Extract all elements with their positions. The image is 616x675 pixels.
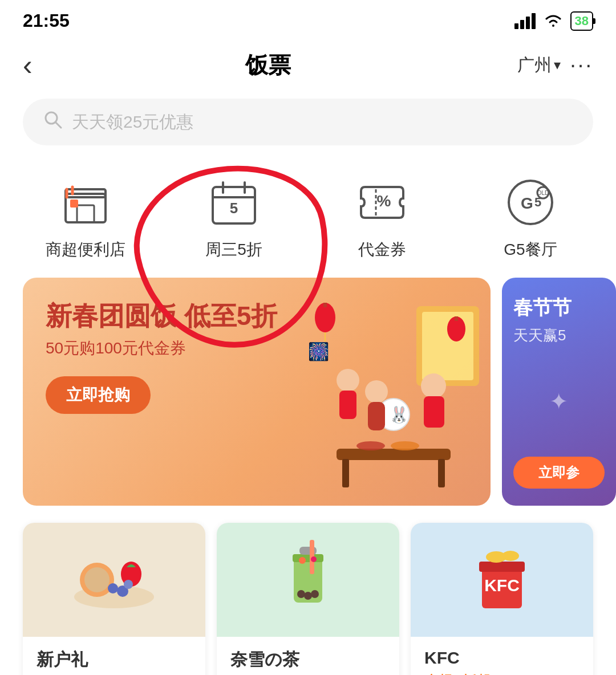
back-button[interactable]: ‹ xyxy=(23,48,57,82)
supermarket-label: 商超便利店 xyxy=(46,239,125,261)
svg-point-59 xyxy=(299,557,306,564)
svg-text:KFC: KFC xyxy=(484,576,520,595)
cards-row: 新户礼 25元红包 奈雪の茶 5折起 xyxy=(0,506,616,675)
coupon-label: 代金券 xyxy=(358,239,406,261)
svg-point-56 xyxy=(297,590,305,598)
svg-point-35 xyxy=(421,373,446,399)
svg-rect-30 xyxy=(455,316,458,321)
status-bar: 21:55 38 xyxy=(0,0,616,37)
banner-secondary-button[interactable]: 立即参 xyxy=(513,457,605,489)
svg-rect-32 xyxy=(339,391,356,419)
wifi-icon xyxy=(543,13,564,29)
card-naxue-image xyxy=(217,523,399,637)
card-naxue[interactable]: 奈雪の茶 5折起 xyxy=(217,523,399,675)
search-placeholder-text: 天天领25元优惠 xyxy=(72,111,193,134)
g5-label: G5餐厅 xyxy=(504,239,557,261)
status-time: 21:55 xyxy=(23,10,70,31)
svg-rect-9 xyxy=(70,200,78,208)
svg-rect-41 xyxy=(438,459,445,487)
card-new-user-title: 新户礼 xyxy=(37,648,192,672)
svg-point-60 xyxy=(311,556,317,562)
wednesday-icon: 5 xyxy=(205,174,262,231)
svg-text:G: G xyxy=(521,194,533,212)
svg-text:🐰: 🐰 xyxy=(389,405,409,424)
card-new-user-body: 新户礼 25元红包 xyxy=(23,637,205,675)
svg-point-65 xyxy=(502,551,519,561)
svg-rect-3 xyxy=(532,13,536,29)
card-kfc-sub: 全场5折起 xyxy=(424,671,579,675)
supermarket-icon xyxy=(57,174,114,231)
category-coupon[interactable]: % 代金券 xyxy=(319,174,445,261)
nav-right-area: 广州 ▾ ··· xyxy=(479,53,593,78)
svg-rect-36 xyxy=(424,396,444,428)
svg-point-50 xyxy=(108,583,118,593)
svg-point-47 xyxy=(84,567,110,592)
banner-illustration: 🐰 🎆 xyxy=(302,300,485,506)
banner-main-button[interactable]: 立即抢购 xyxy=(46,376,151,414)
signal-icon xyxy=(514,13,536,29)
page-title: 饭票 xyxy=(57,50,479,81)
location-selector[interactable]: 广州 ▾ xyxy=(517,54,561,77)
banner-secondary[interactable]: 春节节 天天赢5 ✦ 立即参 xyxy=(502,278,616,506)
svg-rect-62 xyxy=(479,562,525,572)
svg-rect-2 xyxy=(526,17,530,29)
chevron-down-icon: ▾ xyxy=(554,57,561,73)
location-text: 广州 xyxy=(517,54,552,77)
svg-text:5: 5 xyxy=(230,200,238,217)
banner-row: 新春团圆饭 低至5折 50元购100元代金券 立即抢购 🐰 xyxy=(0,278,616,506)
svg-rect-40 xyxy=(342,459,349,487)
wednesday-label: 周三5折 xyxy=(205,239,262,261)
svg-rect-0 xyxy=(514,23,518,29)
category-wednesday[interactable]: 5 周三5折 xyxy=(171,174,297,261)
search-icon xyxy=(43,110,63,134)
svg-rect-53 xyxy=(293,554,323,562)
svg-point-42 xyxy=(356,441,385,450)
banner-main[interactable]: 新春团圆饭 低至5折 50元购100元代金券 立即抢购 🐰 xyxy=(23,278,491,506)
coupon-icon: % xyxy=(354,174,411,231)
more-button[interactable]: ··· xyxy=(570,53,593,78)
svg-point-43 xyxy=(391,441,419,450)
category-supermarket[interactable]: 商超便利店 xyxy=(23,174,148,261)
svg-text:🎆: 🎆 xyxy=(308,341,330,362)
svg-line-5 xyxy=(55,122,61,128)
svg-text:OLD: OLD xyxy=(537,190,549,196)
category-row: 商超便利店 5 周三5折 % 代金券 xyxy=(0,162,616,278)
svg-rect-8 xyxy=(77,205,94,222)
g5-icon: G 5 OLD xyxy=(502,174,559,231)
card-naxue-title: 奈雪の茶 xyxy=(230,648,386,672)
svg-text:%: % xyxy=(377,192,391,210)
card-kfc-body: KFC 全场5折起 xyxy=(411,637,593,675)
svg-point-37 xyxy=(365,380,388,403)
svg-point-51 xyxy=(124,580,133,589)
card-kfc-title: KFC xyxy=(424,648,579,668)
card-new-user-image xyxy=(23,523,205,637)
card-kfc[interactable]: KFC KFC 全场5折起 xyxy=(411,523,593,675)
svg-point-58 xyxy=(311,590,319,598)
status-icons: 38 xyxy=(514,11,593,31)
svg-point-31 xyxy=(337,369,359,392)
svg-rect-1 xyxy=(520,20,524,29)
card-kfc-image: KFC xyxy=(411,523,593,637)
search-bar[interactable]: 天天领25元优惠 xyxy=(23,99,593,145)
nav-bar: ‹ 饭票 广州 ▾ ··· xyxy=(0,37,616,93)
category-g5[interactable]: G 5 OLD G5餐厅 xyxy=(468,174,593,261)
svg-rect-25 xyxy=(422,312,473,380)
svg-rect-38 xyxy=(368,402,385,430)
banner-secondary-title: 春节节 xyxy=(513,295,605,321)
banner-secondary-subtitle: 天天赢5 xyxy=(513,326,605,345)
card-naxue-body: 奈雪の茶 5折起 xyxy=(217,637,399,675)
svg-point-57 xyxy=(304,592,312,600)
battery-indicator: 38 xyxy=(570,11,593,31)
card-new-user[interactable]: 新户礼 25元红包 xyxy=(23,523,205,675)
svg-rect-27 xyxy=(323,303,327,307)
banner-secondary-decoration: ✦ xyxy=(513,388,605,414)
svg-rect-39 xyxy=(337,449,451,460)
